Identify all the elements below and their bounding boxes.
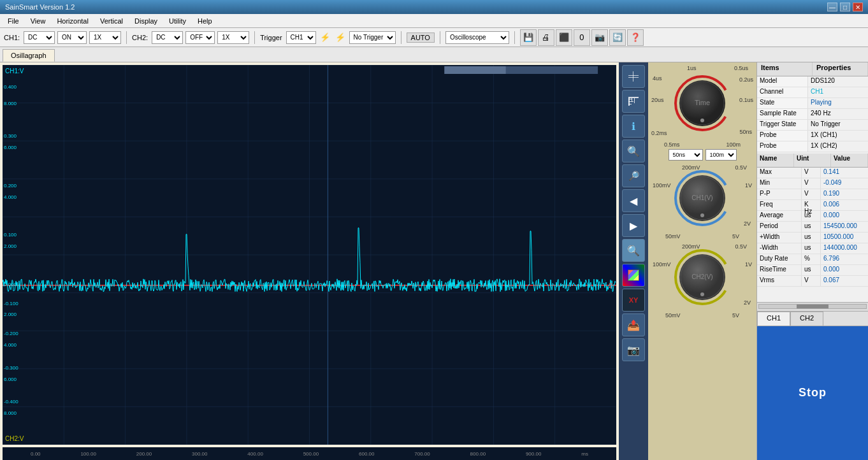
menu-horizontal[interactable]: Horizontal (52, 16, 94, 26)
info-btn[interactable]: ℹ (622, 115, 645, 138)
time-range-select2[interactable]: 100m200m500m (705, 149, 737, 161)
ch1-knob-svg[interactable]: CH1(V) (674, 169, 731, 227)
ch2-knob-section: 200mV 0.5V 1V 2V 5V 50mV 100mV (651, 242, 754, 319)
help-btn[interactable]: ❓ (627, 29, 644, 46)
main-content: CH1:V CH2:V 0.400 8.000 0.300 6.000 0.20… (0, 62, 868, 460)
zoom-in-btn[interactable]: 🔍 (622, 140, 645, 162)
counter-btn[interactable]: 0 (574, 29, 590, 46)
meas-vrms: Vrms V 0.067 (757, 276, 868, 287)
ch2-label-2v: 2V (744, 299, 751, 306)
save-btn[interactable]: 💾 (520, 29, 537, 46)
time-label-0.2ms: 0.2ms (651, 130, 667, 136)
refresh-btn[interactable]: 🔄 (609, 29, 626, 46)
trigger-mode-select[interactable]: No TriggerAutoNormal (349, 31, 396, 44)
svg-text:CH1(V): CH1(V) (691, 194, 712, 201)
color-palette-btn[interactable] (622, 264, 645, 287)
scroll-right-btn[interactable]: ▶ (622, 214, 645, 237)
meas-min: Min V -0.049 (757, 178, 868, 189)
ch2-knob-svg[interactable]: CH2(V) (674, 248, 731, 306)
x-axis: 0.00 100.00 200.00 300.00 400.00 500.00 … (3, 447, 616, 460)
svg-rect-9 (634, 98, 635, 103)
ch2-tab[interactable]: CH2 (790, 312, 823, 326)
time-knob-container[interactable]: 1us 0.5us 0.2us 0.1us 50ns 100m 0.5ms 0.… (651, 65, 753, 148)
svg-point-24 (700, 292, 704, 296)
trigger-falling-btn[interactable]: ⚡ (334, 31, 347, 44)
auto-label[interactable]: AUTO (407, 32, 435, 43)
ch1-state-select[interactable]: ONOFF (57, 31, 87, 44)
ch1-tab[interactable]: CH1 (757, 312, 790, 326)
print-btn[interactable]: 🖨 (538, 29, 554, 46)
meas-rows: Max V 0.141 Min V -0.049 P-P V 0.190 Fre… (757, 168, 868, 302)
props-header: Items Properties (757, 62, 868, 76)
trigger-source-select[interactable]: CH1CH2 (286, 31, 316, 44)
meas-rise-time: RiseTime us 0.000 (757, 265, 868, 276)
x-label-400: 400.00 (247, 451, 263, 457)
scrollbar-track[interactable] (758, 304, 867, 309)
meas-duty-rate: Duty Rate % 6.796 (757, 254, 868, 265)
prop-probe-ch2: Probe 1X (CH2) (757, 141, 868, 152)
meas-col3: Value (831, 154, 868, 167)
scope-mode-select[interactable]: OscilloscopeSpectrum (445, 31, 509, 44)
app-title: SainSmart Version 1.2 (5, 3, 75, 11)
time-range-select1[interactable]: 50ns100ns1us10us100us1ms10ms100ms (669, 149, 703, 161)
ch2-channel-label: CH2:V (5, 435, 24, 442)
meas-average: Average us 0.000 (757, 211, 868, 222)
time-label-0.2us: 0.2us (739, 76, 753, 83)
maximize-btn[interactable]: □ (840, 3, 850, 11)
cursor-btn[interactable] (622, 65, 645, 88)
zoom-area-btn[interactable]: 🔍 (622, 239, 645, 262)
svg-point-14 (700, 119, 704, 122)
stop-button[interactable]: Stop (757, 326, 868, 461)
ch-tabs: CH1 CH2 (757, 311, 868, 326)
ch1-probe-select[interactable]: 1X10X100X (89, 31, 121, 44)
meas-minus-width: -Width us 144000.000 (757, 243, 868, 254)
svg-rect-8 (632, 98, 632, 101)
export-btn[interactable]: 📤 (622, 313, 645, 336)
ch1-coupling-select[interactable]: DCACGND (24, 31, 55, 44)
snapshot-btn[interactable]: 📷 (622, 338, 645, 361)
close-btn[interactable]: ✕ (853, 3, 863, 11)
menu-vertical[interactable]: Vertical (95, 16, 128, 26)
time-label-50ns-side: 50ns (739, 129, 752, 135)
ch2-label-0.5v: 0.5V (735, 243, 747, 250)
ch2-state-select[interactable]: OFFON (185, 31, 215, 44)
minimize-btn[interactable]: — (827, 3, 837, 11)
osillagraph-tab[interactable]: Osillagraph (3, 49, 55, 62)
time-label-4us: 4us (653, 75, 662, 82)
zoom-out-btn[interactable]: 🔎 (622, 164, 645, 187)
ch2-probe-select[interactable]: 1X10X100X (217, 31, 249, 44)
scroll-left-btn[interactable]: ◀ (622, 189, 645, 212)
prop-channel: Channel CH1 (757, 87, 868, 98)
xy-mode-btn[interactable]: XY (622, 289, 645, 312)
props-meas-panel: Items Properties Model DDS120 Channel CH… (756, 62, 868, 460)
menu-view[interactable]: View (25, 16, 51, 26)
svg-rect-6 (628, 104, 632, 104)
tab-bar: Osillagraph (0, 47, 868, 62)
ch2-knob-container[interactable]: 200mV 0.5V 1V 2V 5V 50mV 100mV (651, 242, 753, 319)
ch1-toolbar-label: CH1: (4, 34, 20, 41)
ch1-knob-container[interactable]: 200mV 0.5V 1V 2V 5V 50mV 100mV (651, 163, 753, 240)
measure-btn[interactable] (622, 90, 645, 113)
props-col2: Properties (813, 62, 868, 76)
ch2-coupling-select[interactable]: DCACGND (152, 31, 183, 44)
scrollbar-thumb[interactable] (797, 305, 828, 308)
ch1-channel-label: CH1:V (5, 68, 24, 75)
meas-header: Name Uint Value (757, 154, 868, 168)
ch1-knob-section: 200mV 0.5V 1V 2V 5V 50mV 100mV (651, 163, 754, 240)
camera-btn[interactable]: 📷 (591, 29, 608, 46)
menu-help[interactable]: Help (192, 16, 217, 26)
stop-record-btn[interactable]: ⬛ (556, 29, 572, 46)
osc-canvas[interactable]: CH1:V CH2:V 0.400 8.000 0.300 6.000 0.20… (3, 65, 616, 445)
menu-file[interactable]: File (3, 16, 24, 26)
right-tools: ℹ 🔍 🔎 ◀ ▶ 🔍 XY 📤 📷 (619, 62, 648, 460)
osc-area: CH1:V CH2:V 0.400 8.000 0.300 6.000 0.20… (0, 62, 619, 460)
x-label-0: 0.00 (31, 451, 41, 457)
time-knob-svg[interactable]: Time (674, 75, 731, 132)
scroll-area[interactable] (757, 302, 868, 311)
menu-utility[interactable]: Utility (164, 16, 191, 26)
trigger-rising-btn[interactable]: ⚡ (319, 31, 331, 44)
x-label-700: 700.00 (414, 451, 430, 457)
menu-display[interactable]: Display (129, 16, 163, 26)
x-label-300: 300.00 (192, 451, 207, 457)
props-col1: Items (757, 62, 813, 76)
